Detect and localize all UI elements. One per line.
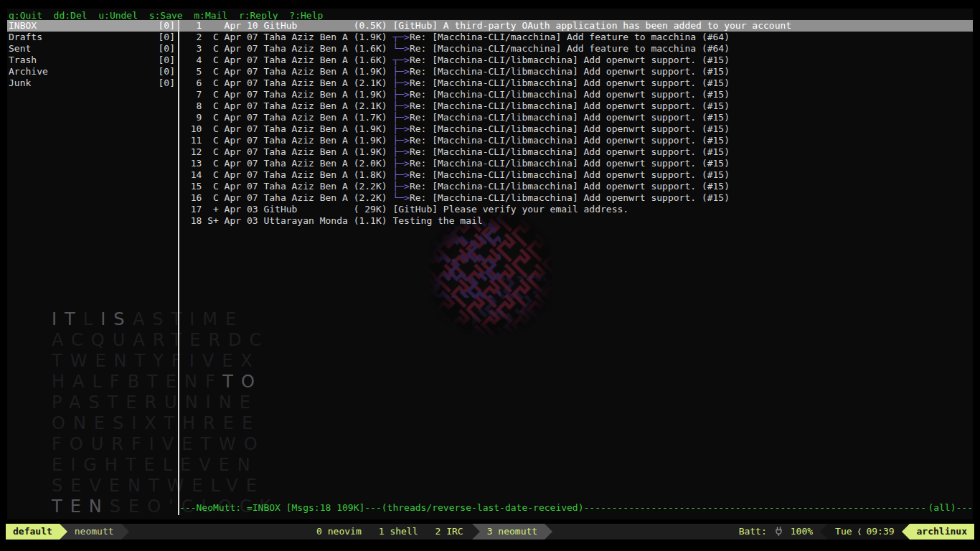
mail-subject: Re: [Macchina-CLI/macchina] Add feature … [410, 32, 730, 42]
mail-row-meta: 12 C Apr 07 Taha Aziz Ben A (1.9K) [179, 146, 392, 157]
mail-row-11[interactable]: 11 C Apr 07 Taha Aziz Ben A (1.9K) ├─>Re… [179, 135, 973, 146]
mail-row-meta: 18 S+ Apr 03 Uttarayan Monda (1.1K) [179, 215, 392, 226]
mail-row-17[interactable]: 17 + Apr 03 GitHub ( 29K) [GitHub] Pleas… [179, 204, 973, 215]
sidebar-item-junk[interactable]: Junk[0] [7, 77, 178, 89]
hostname-segment: archlinux [910, 524, 974, 540]
tmux-window-3-neomutt[interactable]: 3 neomutt [480, 524, 545, 540]
status-bar-right: (all)--- [928, 502, 973, 514]
mail-row-meta: 1 Apr 10 GitHub (0.5K) [179, 20, 392, 31]
help-bar-text: q:Quit dd:Del u:Undel s:Save m:Mail r:Re… [9, 10, 323, 21]
mail-subject: Re: [Macchina-CLI/libmacchina] Add openw… [410, 89, 730, 100]
day-of-week: Tue [835, 526, 852, 537]
mail-row-1[interactable]: 1 Apr 10 GitHub (0.5K) [GitHub] A third-… [179, 20, 973, 32]
mail-subject: Re: [Macchina-CLI/libmacchina] Add openw… [410, 146, 730, 157]
thread-tree-icon: ├─> [392, 181, 409, 192]
mail-row-meta: 2 C Apr 07 Taha Aziz Ben A (1.9K) [179, 32, 392, 42]
sidebar-item-sent[interactable]: Sent[0] [7, 43, 178, 55]
mail-row-18[interactable]: 18 S+ Apr 03 Uttarayan Monda (1.1K) Test… [179, 215, 973, 227]
mail-row-meta: 7 C Apr 07 Taha Aziz Ben A (1.9K) [179, 89, 392, 100]
tmux-window-1-shell[interactable]: 1 shell [370, 524, 427, 540]
mail-row-meta: 8 C Apr 07 Taha Aziz Ben A (2.1K) [179, 100, 392, 111]
time-value: 09:39 [866, 526, 894, 537]
thread-tree-icon: ├─> [392, 66, 409, 77]
mail-row-10[interactable]: 10 C Apr 07 Taha Aziz Ben A (1.9K) ├─>Re… [179, 123, 973, 135]
mail-row-meta: 13 C Apr 07 Taha Aziz Ben A (2.0K) [179, 158, 392, 169]
thread-tree-icon: ├─> [392, 77, 409, 88]
tmux-window-list: 0 neovim1 shell2 IRC3 neomutt [129, 524, 732, 540]
mail-row-meta: 14 C Apr 07 Taha Aziz Ben A (1.8K) [179, 169, 392, 180]
mail-row-4[interactable]: 4 C Apr 07 Taha Aziz Ben A (1.6K) ┬─>Re:… [179, 55, 973, 66]
tmux-pane-title: neomutt [67, 524, 121, 540]
thread-tree-icon: ├─> [392, 112, 409, 123]
mail-row-14[interactable]: 14 C Apr 07 Taha Aziz Ben A (1.8K) ├─>Re… [179, 169, 973, 181]
mail-row-3[interactable]: 3 C Apr 07 Taha Aziz Ben A (1.6K) └─>Re:… [179, 43, 973, 55]
powerline-arrow-icon [820, 524, 828, 540]
mail-row-8[interactable]: 8 C Apr 07 Taha Aziz Ben A (2.1K) ├─>Re:… [179, 100, 973, 112]
sidebar-item-inbox[interactable]: INBOX[0] [7, 20, 178, 32]
mail-row-15[interactable]: 15 C Apr 07 Taha Aziz Ben A (2.2K) ├─>Re… [179, 181, 973, 192]
mail-subject: Re: [Macchina-CLI/libmacchina] Add openw… [410, 123, 730, 134]
mail-subject: Re: [Macchina-CLI/libmacchina] Add openw… [410, 55, 730, 65]
thread-tree-icon: └─> [392, 192, 409, 203]
mail-row-12[interactable]: 12 C Apr 07 Taha Aziz Ben A (1.9K) ├─>Re… [179, 146, 973, 158]
mail-subject: Re: [Macchina-CLI/libmacchina] Add openw… [410, 135, 730, 146]
mail-subject: Re: [Macchina-CLI/macchina] Add feature … [410, 43, 730, 54]
tmux-session-name[interactable]: default [6, 524, 60, 540]
mail-row-6[interactable]: 6 C Apr 07 Taha Aziz Ben A (2.1K) ├─>Re:… [179, 77, 973, 89]
mail-subject: Re: [Macchina-CLI/libmacchina] Add openw… [410, 77, 730, 88]
mail-row-meta: 17 + Apr 03 GitHub ( 29K) [179, 204, 392, 215]
thread-tree-icon: ├─> [392, 135, 409, 146]
mail-subject: Re: [Macchina-CLI/libmacchina] Add openw… [410, 192, 730, 203]
mail-row-meta: 10 C Apr 07 Taha Aziz Ben A (1.9K) [179, 123, 392, 134]
mailbox-name: Junk [9, 77, 31, 89]
mailbox-sidebar: INBOX[0]Drafts[0]Sent[0]Trash[0]Archive[… [7, 20, 178, 89]
mail-row-9[interactable]: 9 C Apr 07 Taha Aziz Ben A (1.7K) ├─>Re:… [179, 112, 973, 123]
mail-row-5[interactable]: 5 C Apr 07 Taha Aziz Ben A (1.9K) ├─>Re:… [179, 66, 973, 77]
mailbox-count: [0] [159, 77, 175, 89]
mail-row-meta: 4 C Apr 07 Taha Aziz Ben A (1.6K) [179, 55, 392, 65]
tmux-window-0-neovim[interactable]: 0 neovim [308, 524, 370, 540]
powerline-arrow-icon [545, 524, 552, 540]
mail-row-meta: 6 C Apr 07 Taha Aziz Ben A (2.1K) [179, 77, 392, 88]
mail-row-16[interactable]: 16 C Apr 07 Taha Aziz Ben A (2.2K) └─>Re… [179, 192, 973, 204]
sidebar-item-trash[interactable]: Trash[0] [7, 55, 178, 66]
mailbox-name: Archive [9, 66, 48, 77]
status-bar-fill: ----------------------------------------… [584, 502, 928, 514]
mail-subject: Re: [Macchina-CLI/libmacchina] Add openw… [410, 169, 730, 180]
powerline-arrow-icon [60, 524, 67, 540]
mail-subject: Testing the mail [392, 215, 482, 226]
mail-index-list: 1 Apr 10 GitHub (0.5K) [GitHub] A third-… [179, 20, 973, 227]
mail-subject: Re: [Macchina-CLI/libmacchina] Add openw… [410, 158, 730, 169]
thread-tree-icon: ┬─> [392, 32, 409, 42]
mailbox-name: Drafts [9, 32, 42, 43]
sidebar-item-archive[interactable]: Archive[0] [7, 66, 178, 77]
mail-subject: Re: [Macchina-CLI/libmacchina] Add openw… [410, 112, 730, 123]
thread-tree-icon: ├─> [392, 146, 409, 157]
mailbox-name: Sent [9, 43, 31, 55]
mail-row-meta: 15 C Apr 07 Taha Aziz Ben A (2.2K) [179, 181, 392, 192]
mailbox-count: [0] [159, 55, 175, 66]
status-bar: ---NeoMutt: =INBOX [Msgs:18 109K]---(thr… [179, 502, 973, 514]
powerline-arrow-icon [902, 524, 910, 540]
battery-label: Batt: [732, 524, 770, 540]
thread-tree-icon: ├─> [392, 158, 409, 169]
mail-row-7[interactable]: 7 C Apr 07 Taha Aziz Ben A (1.9K) ├─>Re:… [179, 89, 973, 100]
powerline-arrow-icon [472, 524, 480, 540]
mail-row-2[interactable]: 2 C Apr 07 Taha Aziz Ben A (1.9K) ┬─>Re:… [179, 32, 973, 43]
sidebar-item-drafts[interactable]: Drafts[0] [7, 32, 178, 43]
mailbox-count: [0] [159, 20, 175, 32]
mail-subject: Re: [Macchina-CLI/libmacchina] Add openw… [410, 100, 730, 111]
thread-tree-icon: ┬─> [392, 55, 409, 65]
chevron-left-icon: ❮ [854, 524, 864, 540]
mail-row-13[interactable]: 13 C Apr 07 Taha Aziz Ben A (2.0K) ├─>Re… [179, 158, 973, 169]
mail-row-meta: 5 C Apr 07 Taha Aziz Ben A (1.9K) [179, 66, 392, 77]
mail-subject: Re: [Macchina-CLI/libmacchina] Add openw… [410, 66, 730, 77]
tmux-window-2-IRC[interactable]: 2 IRC [427, 524, 472, 540]
mailbox-count: [0] [159, 32, 175, 43]
thread-tree-icon: └─> [392, 43, 409, 54]
mail-subject: [GitHub] Please verify your email addres… [392, 204, 628, 215]
mailbox-name: INBOX [9, 20, 37, 32]
thread-tree-icon: ├─> [392, 123, 409, 134]
thread-tree-icon: ├─> [392, 100, 409, 111]
terminal-window: ITLISASTIMEACQUARTERDCTWENTYFIVEXHALFBTE… [7, 9, 973, 519]
